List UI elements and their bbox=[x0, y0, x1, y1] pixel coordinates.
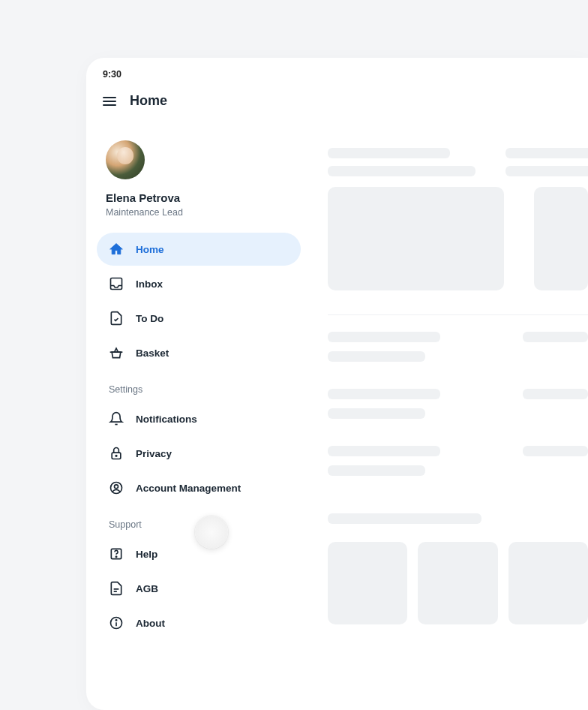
svg-point-11 bbox=[116, 620, 116, 621]
skeleton-line bbox=[506, 148, 588, 158]
document-icon bbox=[109, 581, 124, 596]
profile-name: Elena Petrova bbox=[106, 191, 292, 204]
help-icon bbox=[109, 546, 124, 561]
nav-main: Home Inbox To Do Basket bbox=[97, 233, 301, 369]
nav-settings: Notifications Privacy Account Management bbox=[97, 402, 301, 504]
skeleton-line bbox=[328, 351, 425, 362]
nav-item-inbox[interactable]: Inbox bbox=[97, 267, 301, 300]
content-area bbox=[328, 148, 588, 710]
skeleton-list-section bbox=[328, 332, 588, 476]
inbox-icon bbox=[109, 276, 124, 291]
profile-block[interactable]: Elena Petrova Maintenance Lead bbox=[97, 133, 301, 233]
svg-point-4 bbox=[115, 485, 118, 489]
skeleton-card bbox=[328, 187, 504, 290]
skeleton-card bbox=[534, 187, 588, 290]
nav-label: Privacy bbox=[136, 448, 172, 459]
status-bar-time: 9:30 bbox=[86, 58, 588, 80]
app-window: 9:30 Home Elena Petrova Maintenance Lead… bbox=[86, 58, 588, 710]
skeleton-line bbox=[523, 389, 589, 399]
profile-role: Maintenance Lead bbox=[106, 207, 292, 218]
skeleton-line bbox=[328, 389, 440, 399]
home-icon bbox=[109, 242, 124, 257]
skeleton-line bbox=[328, 408, 425, 419]
divider bbox=[328, 314, 588, 315]
svg-point-2 bbox=[116, 456, 117, 457]
skeleton-line bbox=[328, 148, 450, 158]
svg-point-6 bbox=[116, 556, 116, 557]
avatar bbox=[106, 140, 145, 179]
nav-label: AGB bbox=[136, 583, 158, 594]
skeleton-line bbox=[328, 465, 425, 476]
info-icon bbox=[109, 615, 124, 630]
sidebar: Elena Petrova Maintenance Lead Home Inbo… bbox=[86, 133, 311, 641]
section-header-support: Support bbox=[97, 506, 301, 537]
skeleton-cards-section bbox=[328, 148, 588, 290]
basket-icon bbox=[109, 345, 124, 360]
hamburger-menu-icon[interactable] bbox=[103, 97, 116, 106]
skeleton-line bbox=[523, 332, 589, 342]
account-icon bbox=[109, 480, 124, 495]
nav-item-home[interactable]: Home bbox=[97, 233, 301, 266]
skeleton-tile bbox=[418, 542, 497, 624]
skeleton-tile bbox=[328, 542, 407, 624]
section-header-settings: Settings bbox=[97, 371, 301, 402]
nav-support: Help AGB About bbox=[97, 537, 301, 639]
nav-item-todo[interactable]: To Do bbox=[97, 302, 301, 335]
nav-label: Basket bbox=[136, 347, 169, 359]
nav-item-about[interactable]: About bbox=[97, 606, 301, 639]
bell-icon bbox=[109, 411, 124, 426]
nav-label: Account Management bbox=[136, 483, 241, 494]
nav-label: Notifications bbox=[136, 414, 197, 425]
nav-item-account[interactable]: Account Management bbox=[97, 471, 301, 504]
nav-label: Home bbox=[136, 244, 164, 255]
skeleton-line bbox=[523, 446, 589, 456]
nav-item-notifications[interactable]: Notifications bbox=[97, 402, 301, 435]
nav-item-basket[interactable]: Basket bbox=[97, 336, 301, 369]
nav-label: Inbox bbox=[136, 278, 163, 290]
lock-icon bbox=[109, 446, 124, 461]
page-title: Home bbox=[130, 93, 167, 109]
nav-item-agb[interactable]: AGB bbox=[97, 572, 301, 605]
todo-icon bbox=[109, 311, 124, 326]
skeleton-line bbox=[328, 446, 440, 456]
nav-label: To Do bbox=[136, 313, 164, 324]
app-header: Home bbox=[86, 80, 588, 109]
skeleton-line bbox=[328, 166, 476, 176]
nav-item-privacy[interactable]: Privacy bbox=[97, 437, 301, 470]
skeleton-line bbox=[328, 332, 440, 342]
nav-label: Help bbox=[136, 549, 158, 560]
nav-item-help[interactable]: Help bbox=[97, 537, 301, 570]
skeleton-line bbox=[328, 513, 482, 524]
skeleton-line bbox=[506, 166, 588, 176]
skeleton-grid-section bbox=[328, 513, 588, 624]
skeleton-tile bbox=[508, 542, 588, 624]
nav-label: About bbox=[136, 618, 165, 629]
